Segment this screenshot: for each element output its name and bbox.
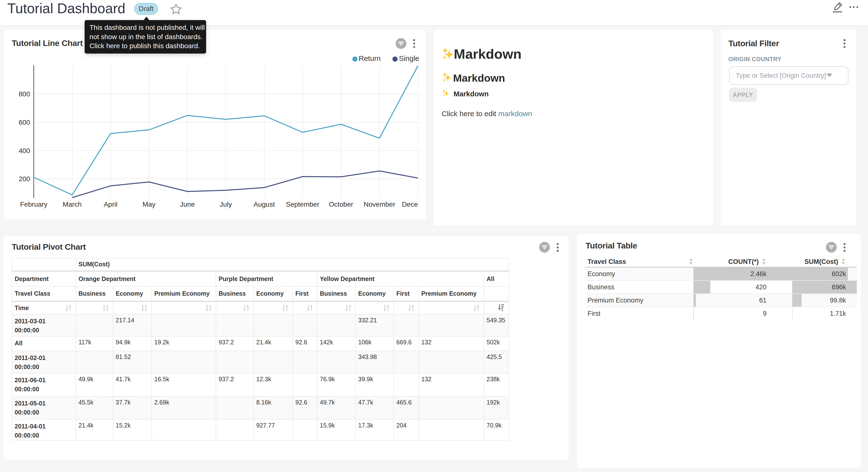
svg-text:February: February bbox=[20, 201, 48, 208]
svg-text:August: August bbox=[253, 201, 275, 208]
svg-text:600: 600 bbox=[19, 119, 30, 126]
svg-text:800: 800 bbox=[19, 90, 30, 98]
svg-text:April: April bbox=[104, 201, 117, 208]
svg-text:September: September bbox=[286, 201, 319, 208]
svg-text:November: November bbox=[364, 201, 395, 208]
svg-text:July: July bbox=[220, 201, 232, 208]
svg-text:200: 200 bbox=[19, 175, 30, 183]
svg-text:June: June bbox=[180, 201, 195, 208]
svg-text:March: March bbox=[63, 201, 82, 208]
svg-text:October: October bbox=[329, 201, 353, 208]
svg-text:May: May bbox=[143, 201, 156, 208]
svg-text:400: 400 bbox=[19, 147, 30, 154]
svg-text:Dece: Dece bbox=[402, 201, 418, 208]
